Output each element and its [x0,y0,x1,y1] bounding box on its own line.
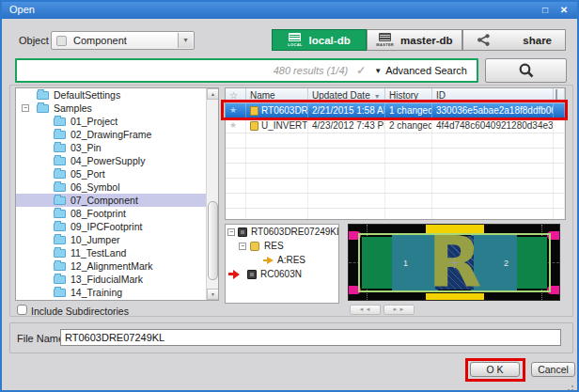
scrollbar-thumb[interactable] [208,201,218,280]
tree-item-label: 07_Component [70,195,138,206]
tree-item-label: 09_IPCFootprint [70,221,142,232]
search-input[interactable]: 480 results (1/4) ✓ ▼ Advanced Search [15,58,478,83]
folder-icon [54,289,66,297]
check-icon: ✓ [356,64,366,77]
object-label: Object [19,35,49,46]
tree-item-07-component[interactable]: 07_Component [16,194,218,207]
active-footprint-arrow-icon [228,270,240,279]
tree-item-label: 05_Port [70,168,105,180]
advanced-search-label: Advanced Search [385,65,467,76]
tree-item-03-pin[interactable]: 03_Pin [16,141,218,154]
local-db-label: local-db [309,35,351,46]
row-updated: 4/23/2012 7:43 PM [308,118,385,133]
empty-row [226,179,565,194]
tree-item-10-jumper[interactable]: 10_Jumper [16,233,218,246]
include-subdirectories-checkbox[interactable] [17,305,27,315]
search-button[interactable] [485,58,567,83]
favorite-star-icon[interactable]: ★ [229,118,237,133]
empty-row [226,194,565,209]
object-dropdown-value: Component [73,32,127,49]
collapse-icon[interactable]: − [227,228,235,236]
origin-marker-icon [449,258,460,268]
tree-item-02-drawingframe[interactable]: 02_DrawingFrame [16,128,218,141]
close-icon[interactable]: ✕ [556,3,571,17]
folder-icon [54,275,66,284]
file-name-input[interactable] [60,329,561,346]
tree-item-08-footprint[interactable]: 08_Footprint [16,207,218,220]
folder-icon [54,262,66,271]
component-doc-icon [250,121,258,131]
footprint-icon [247,270,257,279]
collapse-icon[interactable]: − [239,243,246,250]
tree-item-label: 06_Symbol [70,181,120,193]
empty-row [226,209,565,220]
folder-icon [54,223,66,231]
master-db-icon: MASTER [376,33,394,47]
preview-next-button[interactable]: ►► [383,305,415,315]
footprint-preview: R 1 2 [348,224,560,301]
tree-item-11-testland[interactable]: 11_TestLand [16,246,218,259]
part-icon [250,242,259,251]
tree-item-defaultsettings[interactable]: DefaultSettings [16,88,218,102]
pad-number: 1 [403,259,408,268]
resize-grip[interactable] [571,385,573,387]
folder-icon [54,170,66,179]
share-label: share [523,35,552,46]
tree-item-13-fiducialmark[interactable]: 13_FiducialMark [16,273,218,286]
scroll-up-icon[interactable]: ▲ [207,88,219,100]
table-row[interactable]: ★ U_INVERTER_ST 4/23/2012 7:43 PM 2 chan… [226,118,565,133]
advanced-search-toggle[interactable]: ▼ Advanced Search [374,65,467,76]
folder-icon [54,118,66,126]
folder-icon [54,236,66,244]
folder-icon [54,157,66,165]
annotation-ok-highlight [465,358,525,382]
local-db-icon: LOCAL [288,33,302,47]
ctree-item-symbol[interactable]: A:RES [226,253,338,267]
tree-item-label: Samples [54,102,92,114]
scroll-down-icon[interactable]: ▼ [207,289,219,300]
master-db-button[interactable]: MASTER master-db [367,29,462,51]
component-type-icon [56,36,67,46]
open-dialog: Open □ ✕ Object Component ▾ LOCAL local-… [0,0,579,392]
ctree-item-label: A:RES [277,255,305,265]
folder-tree: DefaultSettings − Samples 01_Project 02_… [15,87,219,301]
collapse-icon[interactable]: − [22,104,29,112]
empty-row [226,149,565,164]
tree-item-06-symbol[interactable]: 06_Symbol [16,180,218,194]
folder-icon [54,131,66,139]
local-db-button[interactable]: LOCAL local-db [272,29,367,51]
cancel-button[interactable]: Cancel [531,362,575,377]
file-name-label: File Name [17,333,64,344]
tree-item-14-training[interactable]: 14_Training [16,286,218,299]
chevron-down-icon[interactable]: ▾ [178,33,193,48]
share-button[interactable]: share [462,29,566,51]
tree-item-12-alignmentmark[interactable]: 12_AlignmentMark [16,259,218,273]
tree-item-label: DefaultSettings [54,89,120,101]
maximize-icon[interactable]: □ [538,3,553,17]
preview-prev-button[interactable]: ◄◄ [350,305,381,315]
tree-item-05-port[interactable]: 05_Port [16,167,218,180]
tree-item-samples[interactable]: − Samples [16,102,218,115]
tree-item-01-project[interactable]: 01_Project [16,115,218,128]
tree-item-04-powersupply[interactable]: 04_PowerSupply [16,154,218,167]
ctree-item-label: RC0603N [260,269,302,279]
tree-item-label: 14_Training [70,287,122,298]
row-history: 2 changed [385,118,432,133]
ctree-item-label: RES [264,241,284,251]
ctree-item-part[interactable]: − RES [226,239,338,253]
ctree-item-footprint[interactable]: RC0603N [226,267,338,281]
folder-icon [37,91,49,100]
folder-tree-scrollbar[interactable]: ▲ ▼ [206,88,218,300]
ctree-item-component[interactable]: − RT0603DRE07249KL [226,225,338,239]
object-dropdown[interactable]: Component ▾ [51,31,195,50]
tree-item-label: 03_Pin [70,142,102,153]
sort-desc-icon: ▼ [374,93,381,100]
window-title: Open [9,4,35,15]
pad-number: 2 [504,259,509,268]
tree-item-09-ipcfootprint[interactable]: 09_IPCFootprint [16,220,218,233]
tree-item-label: 12_AlignmentMark [70,260,153,272]
empty-row [226,133,565,149]
tree-item-label: 13_FiducialMark [70,274,143,285]
folder-icon [37,104,49,113]
share-icon [477,33,491,47]
